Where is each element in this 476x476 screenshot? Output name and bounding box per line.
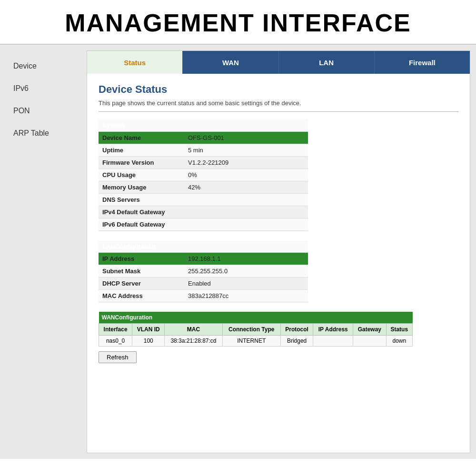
top-nav: Status WAN LAN Firewall xyxy=(87,51,470,74)
cell-vlan-id: 100 xyxy=(132,336,165,347)
table-row: Subnet Mask 255.255.255.0 xyxy=(99,265,308,278)
row-label: CPU Usage xyxy=(99,169,184,181)
system-table: System Device Name OFS-GS-001 Uptime 5 m… xyxy=(99,119,308,231)
table-row: Memory Usage 42% xyxy=(99,181,308,194)
tab-wan[interactable]: WAN xyxy=(183,51,278,74)
sidebar-item-pon[interactable]: PON xyxy=(6,100,87,122)
table-row: DNS Servers xyxy=(99,194,308,206)
row-label: Firmware Version xyxy=(99,157,184,169)
table-row: MAC Address 383a212887cc xyxy=(99,290,308,302)
row-label: IPv6 Default Gateway xyxy=(99,218,184,231)
sidebar-item-arp-table[interactable]: ARP Table xyxy=(6,122,87,145)
wan-table-header: WANConfiguration xyxy=(99,312,413,324)
row-value: OFS-GS-001 xyxy=(184,132,308,144)
lan-table-header-row: LANConfiguration xyxy=(99,240,308,253)
col-gateway: Gateway xyxy=(353,324,386,336)
row-label: DHCP Server xyxy=(99,278,184,290)
row-value: 5 min xyxy=(184,144,308,157)
table-row: IP Address 192.168.1.1 xyxy=(99,253,308,265)
tab-lan[interactable]: LAN xyxy=(279,51,375,74)
device-status-title: Device Status xyxy=(99,83,458,96)
col-ip-address: IP Address xyxy=(313,324,353,336)
col-connection-type: Connection Type xyxy=(222,324,280,336)
cell-ip-address xyxy=(313,336,353,347)
row-label: MAC Address xyxy=(99,290,184,302)
refresh-button[interactable]: Refresh xyxy=(99,351,137,363)
row-value: 192.168.1.1 xyxy=(184,253,308,265)
col-vlan-id: VLAN ID xyxy=(132,324,165,336)
wan-table-header-row: WANConfiguration xyxy=(99,312,413,324)
table-row: IPv6 Default Gateway xyxy=(99,218,308,231)
cell-mac: 38:3a:21:28:87:cd xyxy=(165,336,223,347)
cell-connection-type: INTERNET xyxy=(222,336,280,347)
table-row: Firmware Version V1.2.2-221209 xyxy=(99,157,308,169)
row-value xyxy=(184,218,308,231)
page-title-bar: MANAGEMENT INTERFACE xyxy=(0,0,476,45)
row-value: Enabled xyxy=(184,278,308,290)
row-label: IPv4 Default Gateway xyxy=(99,206,184,218)
col-protocol: Protocol xyxy=(280,324,313,336)
cell-interface: nas0_0 xyxy=(99,336,132,347)
col-mac: MAC xyxy=(165,324,223,336)
row-value: 0% xyxy=(184,169,308,181)
row-label: Uptime xyxy=(99,144,184,157)
lan-table: LANConfiguration IP Address 192.168.1.1 … xyxy=(99,240,308,302)
table-row: DHCP Server Enabled xyxy=(99,278,308,290)
sidebar-item-ipv6[interactable]: IPv6 xyxy=(6,78,87,100)
system-table-header-row: System xyxy=(99,119,308,132)
device-status-desc: This page shows the current status and s… xyxy=(99,99,458,112)
page-content: Device Status This page shows the curren… xyxy=(87,74,470,453)
cell-gateway xyxy=(353,336,386,347)
row-label: Subnet Mask xyxy=(99,265,184,278)
cell-protocol: Bridged xyxy=(280,336,313,347)
content-area: Status WAN LAN Firewall Device Status Th… xyxy=(87,50,470,453)
table-row: CPU Usage 0% xyxy=(99,169,308,181)
table-row: Device Name OFS-GS-001 xyxy=(99,132,308,144)
row-label: IP Address xyxy=(99,253,184,265)
cell-status: down xyxy=(386,336,412,347)
sidebar: Device IPv6 PON ARP Table xyxy=(6,50,87,453)
wan-col-header-row: Interface VLAN ID MAC Connection Type Pr… xyxy=(99,324,413,336)
table-row: Uptime 5 min xyxy=(99,144,308,157)
main-wrapper: Device IPv6 PON ARP Table Status WAN LAN… xyxy=(0,45,476,459)
row-value: V1.2.2-221209 xyxy=(184,157,308,169)
tab-status[interactable]: Status xyxy=(87,51,183,74)
lan-table-header: LANConfiguration xyxy=(99,240,308,253)
col-interface: Interface xyxy=(99,324,132,336)
col-status: Status xyxy=(386,324,412,336)
row-value: 42% xyxy=(184,181,308,194)
row-value xyxy=(184,194,308,206)
system-table-header: System xyxy=(99,119,308,132)
row-value: 383a212887cc xyxy=(184,290,308,302)
wan-table: WANConfiguration Interface VLAN ID MAC C… xyxy=(99,312,413,347)
page-title: MANAGEMENT INTERFACE xyxy=(5,9,471,37)
sidebar-item-device[interactable]: Device xyxy=(6,55,87,78)
row-value xyxy=(184,206,308,218)
row-value: 255.255.255.0 xyxy=(184,265,308,278)
table-row: IPv4 Default Gateway xyxy=(99,206,308,218)
row-label: DNS Servers xyxy=(99,194,184,206)
row-label: Device Name xyxy=(99,132,184,144)
wan-table-wrapper: WANConfiguration Interface VLAN ID MAC C… xyxy=(99,312,458,363)
wan-data-row: nas0_0 100 38:3a:21:28:87:cd INTERNET Br… xyxy=(99,336,413,347)
row-label: Memory Usage xyxy=(99,181,184,194)
tab-firewall[interactable]: Firewall xyxy=(375,51,470,74)
